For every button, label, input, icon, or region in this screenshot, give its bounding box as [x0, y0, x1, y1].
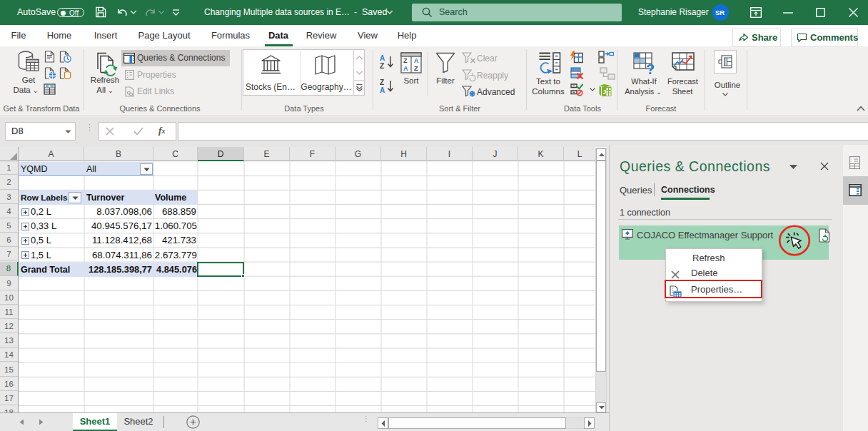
- svg-text:Z: Z: [403, 57, 408, 64]
- svg-text:Z: Z: [380, 78, 384, 86]
- svg-text:J: J: [602, 88, 606, 96]
- svg-text:A: A: [380, 54, 385, 62]
- svg-text:A: A: [380, 86, 385, 94]
- svg-text:?: ?: [646, 61, 655, 75]
- svg-text:Z: Z: [380, 62, 384, 70]
- svg-text:A: A: [414, 57, 419, 64]
- svg-text:A: A: [403, 65, 408, 72]
- svg-text:Z: Z: [414, 65, 418, 72]
